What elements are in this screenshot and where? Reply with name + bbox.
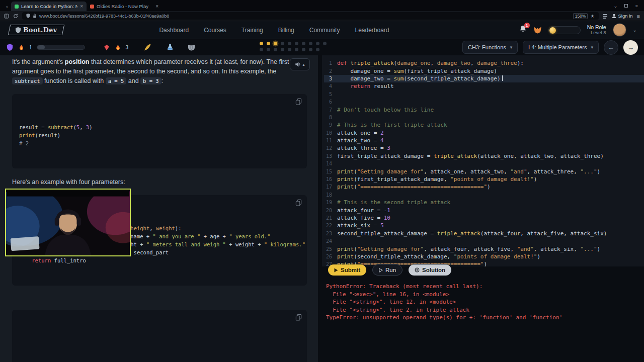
sidebar-toggle-icon[interactable] [4,14,9,19]
lesson-progress-dot[interactable] [295,48,298,51]
text-segment: function is called with [43,77,106,84]
line-number: 11 [324,138,332,143]
code-editor[interactable]: 1def triple_attack(damage_one, damage_tw… [322,55,644,266]
header-right-cluster: 1 No Role Level 8 ⌄ [519,23,644,37]
solution-icon [415,267,420,273]
audio-play-button[interactable]: ▴ [290,58,310,70]
lesson-progress-dot[interactable] [267,42,270,45]
chapter-select[interactable]: CH3: Functions ▾ [462,41,518,54]
lesson-progress-dot[interactable] [260,42,263,45]
nav-item-courses[interactable]: Courses [204,27,226,34]
code-block: my_age, "1.8", "80")print(intro)# Your n… [12,310,307,362]
lesson-select[interactable]: L4: Multiple Parameters ▾ [523,41,599,54]
text-segment: It's the argument's [12,58,65,65]
console-line: File "<string>", line 12, in <module> [326,298,562,306]
run-button[interactable]: Run [372,264,403,276]
lesson-select-label: L4: Multiple Parameters [528,44,587,50]
window-chevron-icon[interactable]: ⌄ [613,3,617,9]
coin-icon [549,27,556,34]
speaker-icon [295,61,301,67]
tab-title: Learn to Code in Python: N [21,4,77,9]
bootdev-logo[interactable]: Boot.Dev [8,25,65,35]
line-number: 5 [324,92,332,97]
menu-icon[interactable]: ≡ [637,13,640,19]
line-number: 23 [324,231,332,236]
lesson-panel: ▴ It's the argument's position that dete… [0,55,318,362]
lesson-progress-dot[interactable] [274,48,277,51]
nav-item-training[interactable]: Training [242,27,263,34]
tab-title: Oldies Radio - Now Play [97,4,153,9]
browser-tab[interactable]: Oldies Radio - Now Play× [87,2,162,11]
lesson-progress-dot[interactable] [323,42,327,45]
maximize-icon[interactable] [624,4,628,8]
editor-line: 10attack_one = 2 [324,129,644,137]
editor-line: 5 [324,90,644,98]
line-number: 26 [324,254,332,259]
code-block: result = subtract(5, 3)print(result)# 2 [12,94,307,168]
url-field[interactable]: www.boot.dev/lessons/6426bf19-9783-44c1-… [22,12,599,20]
avatar[interactable] [613,23,626,37]
tab-close-icon[interactable]: × [80,4,83,9]
close-icon[interactable]: × [635,3,638,9]
nav-item-community[interactable]: Community [309,27,340,34]
lesson-progress-dot[interactable] [316,48,319,51]
solution-button[interactable]: Solution [409,264,451,276]
refresh-icon[interactable] [13,14,18,19]
lesson-progress-dot[interactable] [295,42,298,45]
lesson-progress-dot[interactable] [267,48,270,51]
submit-button[interactable]: Submit [328,264,366,276]
editor-line: 4 return result [324,82,644,90]
lesson-progress-dot[interactable] [302,42,305,45]
submit-icon [334,268,338,273]
xp-progress-pill[interactable] [548,26,581,34]
line-number: 4 [324,83,332,89]
editor-line: 23second_triple_attack_damage = triple_a… [324,230,644,237]
notifications-button[interactable]: 1 [519,25,527,35]
flame-icon [115,44,121,51]
editor-line: 21attack_five = 10 [324,214,644,222]
lesson-progress-dot[interactable] [260,48,263,51]
browser-tab[interactable]: Learn to Code in Python: N× [11,2,87,11]
quill-icon [143,43,151,51]
bookmarks-icon[interactable] [603,14,608,19]
mask-icon [188,44,195,51]
sign-in-button[interactable]: Sign in [612,13,633,19]
editor-line: 25print("Getting damage for", attack_fou… [324,245,644,252]
solution-label: Solution [422,267,445,273]
lesson-progress-dot[interactable] [281,48,284,51]
person-icon [612,14,616,18]
nav-item-dashboard[interactable]: Dashboard [159,27,189,34]
chevron-down-icon[interactable]: ⌄ [633,27,637,33]
fox-icon[interactable] [533,26,542,34]
next-lesson-button[interactable]: → [623,40,638,55]
console-line: TypeError: unsupported operand type(s) f… [326,314,562,322]
zoom-level[interactable]: 150% [573,13,588,19]
tab-close-icon[interactable]: × [155,4,158,9]
bookmark-star-icon[interactable]: ★ [590,14,594,19]
lock-icon [33,14,37,18]
lesson-progress-dot[interactable] [309,42,312,45]
copy-button[interactable] [295,199,302,208]
chapter-select-label: CH3: Functions [468,44,506,50]
lesson-progress-dot[interactable] [302,48,305,51]
lesson-progress-dot[interactable] [316,42,319,45]
line-number: 19 [324,200,332,205]
copy-button[interactable] [295,314,302,323]
nav-item-leaderboard[interactable]: Leaderboard [355,27,389,34]
lesson-progress-dot[interactable] [288,48,291,51]
chevron-down-icon: ▾ [510,45,513,50]
lesson-progress-dot[interactable] [274,42,277,45]
line-number: 2 [324,68,332,74]
line-number: 16 [324,176,332,182]
editor-line: 2 damage_one = sum(first_triple_attack_d… [324,67,644,74]
prev-lesson-button[interactable]: ← [604,40,618,55]
main-nav: DashboardCoursesTrainingBillingCommunity… [159,27,389,34]
copy-button[interactable] [295,98,302,107]
bold-text: position [65,58,90,65]
tab-list-chevron-icon[interactable]: ⌄ [3,3,11,9]
lesson-progress-dot[interactable] [309,48,312,51]
nav-item-billing[interactable]: Billing [278,27,294,34]
gem-icon [103,44,110,51]
lesson-progress-dot[interactable] [288,42,291,45]
lesson-progress-dot[interactable] [281,42,284,45]
